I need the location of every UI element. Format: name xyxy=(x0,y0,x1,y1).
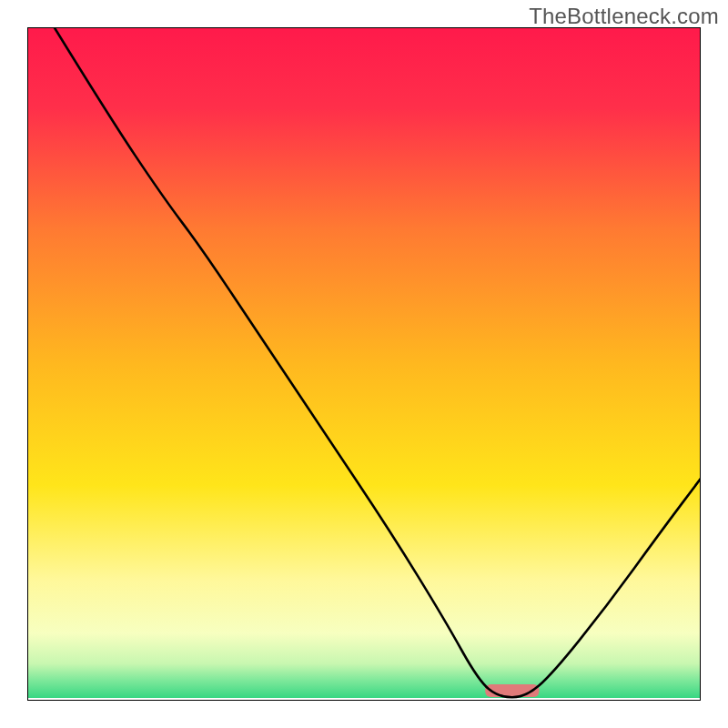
plot-area xyxy=(27,27,701,701)
watermark-label: TheBottleneck.com xyxy=(529,4,719,29)
chart-container: TheBottleneck.com xyxy=(0,0,728,728)
gradient-background xyxy=(27,27,701,701)
chart-svg xyxy=(27,27,701,701)
